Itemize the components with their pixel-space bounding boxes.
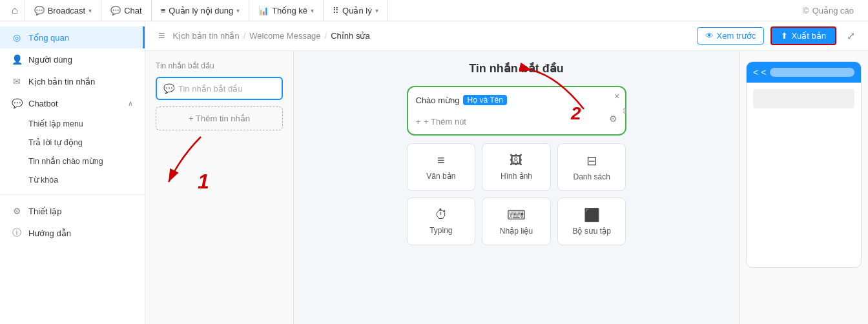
phone-message-bar [753, 89, 854, 108]
nhap-lieu-label: Nhập liệu [500, 227, 533, 236]
close-card-button[interactable]: × [614, 91, 619, 101]
action-van-ban[interactable]: ≡ Văn bản [407, 143, 476, 191]
home-button[interactable]: ⌂ [5, 0, 25, 21]
phone-chevron-left-1: < [753, 67, 758, 77]
sidebar-sub-thiet-lap-menu[interactable]: Thiết lập menu [0, 114, 145, 133]
center-panel-title: Tin nhắn bắt đầu [304, 61, 728, 76]
nav-stats[interactable]: 📊 Thống kê ▾ [249, 0, 324, 21]
sidebar-item-huong-dan[interactable]: ⓘ Hướng dẫn [0, 222, 145, 244]
kich-ban-label: Kịch bản tin nhắn [28, 77, 95, 86]
svg-text:1: 1 [198, 170, 209, 193]
broadcast-icon: 💬 [34, 6, 45, 15]
publish-label: Xuất bản [791, 31, 826, 41]
content-area: ≡ Kịch bản tin nhắn / Welcome Message / … [145, 21, 868, 324]
typing-icon: ⏱ [435, 207, 448, 222]
message-tag[interactable]: Họ và Tên [463, 95, 506, 105]
breadcrumb: Kịch bản tin nhắn / Welcome Message / Ch… [173, 31, 370, 41]
manage-label: Quản lý [342, 6, 372, 15]
top-nav: ⌂ 💬 Broadcast ▾ 💬 Chat ≡ Quản lý nội dun… [0, 0, 868, 21]
phone-chevron-left-2: < [761, 67, 766, 77]
breadcrumb-welcome[interactable]: Welcome Message [249, 31, 320, 41]
ads-icon: © [803, 6, 809, 15]
arrow-1-svg: 1 [162, 130, 240, 208]
sidebar-sub-tra-loi-tu-dong[interactable]: Trả lời tự động [0, 133, 145, 152]
fullscreen-button[interactable]: ⤢ [847, 30, 855, 42]
nav-content[interactable]: ≡ Quản lý nội dung ▾ [152, 0, 249, 21]
nav-chat[interactable]: 💬 Chat [101, 0, 151, 21]
chatbot-icon: 💬 [12, 98, 22, 108]
nguoi-dung-label: Người dùng [28, 55, 72, 65]
sidebar-sub-tu-khoa[interactable]: Từ khóa [0, 170, 145, 189]
content-label: Quản lý nội dung [169, 6, 233, 15]
publish-icon: ⬆ [781, 31, 788, 41]
action-nhap-lieu[interactable]: ⌨ Nhập liệu [482, 197, 551, 245]
preview-label: Xem trước [717, 31, 756, 41]
stats-icon: 📊 [258, 6, 269, 15]
action-bo-suu-tap[interactable]: ⬛ Bộ sưu tập [557, 197, 626, 245]
van-ban-icon: ≡ [437, 153, 445, 168]
chatbot-label: Chatbot [28, 99, 58, 108]
sidebar-item-tong-quan[interactable]: ◎ Tổng quan [0, 26, 145, 48]
chatbot-arrow: ∧ [128, 99, 133, 108]
action-grid: ≡ Văn bản 🖼 Hình ảnh ⊟ Danh sách ⏱ [407, 143, 626, 245]
publish-button[interactable]: ⬆ Xuất bản [770, 26, 836, 45]
broadcast-label: Broadcast [48, 6, 86, 15]
tong-quan-icon: ◎ [12, 32, 22, 43]
nhap-lieu-icon: ⌨ [507, 207, 526, 223]
resize-handle[interactable]: ⇕ [621, 106, 628, 116]
message-text: Chào mừng Họ và Tên [416, 95, 617, 105]
manage-chevron: ▾ [375, 7, 378, 14]
message-input-box[interactable]: 💬 Tin nhắn bắt đầu [156, 77, 283, 100]
preview-button[interactable]: 👁 Xem trước [697, 27, 765, 45]
van-ban-label: Văn bản [426, 172, 455, 181]
header-actions: 👁 Xem trước ⬆ Xuất bản ⤢ [697, 26, 855, 45]
phone-back-icons: < < [753, 67, 766, 77]
thiet-lap-icon: ⚙ [12, 206, 22, 216]
preview-icon: 👁 [705, 31, 714, 41]
sidebar: ◎ Tổng quan 👤 Người dùng ✉ Kịch bản tin … [0, 21, 145, 324]
sidebar-sub-tin-nhan-chao-mung[interactable]: Tin nhắn chào mừng [0, 152, 145, 170]
nav-manage[interactable]: ⠿ Quản lý ▾ [324, 0, 388, 21]
sidebar-item-kich-ban[interactable]: ✉ Kịch bản tin nhắn [0, 70, 145, 92]
message-input-placeholder: Tin nhắn bắt đầu [178, 84, 242, 94]
sidebar-item-nguoi-dung[interactable]: 👤 Người dùng [0, 48, 145, 70]
phone-body [747, 83, 861, 120]
nav-ads[interactable]: © Quảng cáo [794, 6, 863, 15]
nav-broadcast[interactable]: 💬 Broadcast ▾ [25, 0, 102, 21]
content-icon: ≡ [161, 6, 166, 15]
broadcast-chevron: ▾ [88, 7, 92, 14]
card-settings-icon[interactable]: ⚙ [609, 114, 617, 124]
breadcrumb-kich-ban[interactable]: Kịch bản tin nhắn [173, 31, 240, 41]
bo-suu-tap-icon: ⬛ [584, 207, 600, 223]
left-panel-title: Tin nhắn bắt đầu [156, 61, 283, 70]
hinh-anh-icon: 🖼 [510, 153, 522, 168]
phone-preview: < < [746, 61, 862, 268]
message-greeting: Chào mừng [416, 96, 460, 105]
add-button-label: + Thêm nút [424, 117, 466, 127]
action-danh-sach[interactable]: ⊟ Danh sách [557, 143, 626, 191]
nguoi-dung-icon: 👤 [12, 54, 22, 65]
hinh-anh-label: Hình ảnh [501, 172, 532, 181]
chat-icon: 💬 [110, 6, 121, 15]
breadcrumb-sep1: / [243, 31, 246, 41]
message-bubble-icon: 💬 [163, 83, 174, 94]
phone-name-bar [770, 68, 854, 77]
kich-ban-icon: ✉ [12, 76, 22, 86]
editor-area: Tin nhắn bắt đầu 💬 Tin nhắn bắt đầu + Th… [145, 51, 868, 324]
huong-dan-label: Hướng dẫn [28, 228, 71, 238]
stats-label: Thống kê [272, 6, 307, 15]
menu-toggle-icon[interactable]: ≡ [158, 29, 165, 43]
breadcrumb-current: Chỉnh sửa [331, 31, 369, 41]
add-button-row[interactable]: + + Thêm nút [416, 117, 466, 127]
main-layout: ◎ Tổng quan 👤 Người dùng ✉ Kịch bản tin … [0, 21, 868, 324]
tong-quan-label: Tổng quan [28, 33, 69, 43]
manage-icon: ⠿ [333, 6, 339, 15]
typing-label: Typing [429, 226, 452, 235]
add-message-button[interactable]: + Thêm tin nhắn [156, 106, 283, 130]
action-typing[interactable]: ⏱ Typing [407, 197, 476, 245]
thiet-lap-label: Thiết lập [28, 207, 61, 216]
sidebar-item-thiet-lap[interactable]: ⚙ Thiết lập [0, 200, 145, 222]
sidebar-item-chatbot[interactable]: 💬 Chatbot ∧ [0, 92, 145, 114]
bo-suu-tap-label: Bộ sưu tập [572, 227, 610, 236]
action-hinh-anh[interactable]: 🖼 Hình ảnh [482, 143, 551, 191]
